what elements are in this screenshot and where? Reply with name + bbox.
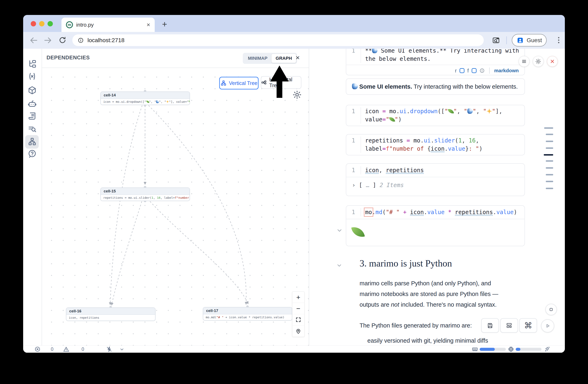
tab-minimap[interactable]: MINIMAP bbox=[244, 54, 272, 63]
code-line: ** Some UI elements.** Try interacting w… bbox=[365, 49, 519, 55]
profile-label: Guest bbox=[527, 37, 542, 44]
line-number: 1 bbox=[346, 107, 361, 124]
node-code: mo.md("# " + icon.value * repetitions.va… bbox=[203, 314, 292, 320]
zoom-out-icon[interactable]: − bbox=[292, 303, 304, 314]
cell-language-label[interactable]: markdown bbox=[494, 68, 519, 74]
site-info-icon[interactable] bbox=[78, 37, 84, 43]
variables-icon[interactable] bbox=[28, 72, 37, 81]
vertical-tree-button[interactable]: Vertical Tree bbox=[219, 77, 259, 89]
file-explorer-icon[interactable] bbox=[28, 59, 37, 69]
minimap-cell-marker[interactable] bbox=[546, 188, 553, 189]
url-bar[interactable]: localhost:2718 bbox=[72, 34, 484, 46]
zoom-in-icon[interactable]: + bbox=[292, 292, 304, 303]
interrupt-button[interactable] bbox=[546, 304, 557, 315]
emoji-sparkles-icon bbox=[166, 100, 169, 103]
browser-window: m intro.py × + localhost:2718 Guest bbox=[23, 15, 565, 353]
cpu-usage-bar bbox=[516, 348, 542, 351]
browser-tab[interactable]: m intro.py × bbox=[62, 18, 155, 32]
traffic-light-close[interactable] bbox=[31, 21, 36, 26]
code-cell-dropdown[interactable]: 1 icon = mo.ui.dropdown(["", "", ""], va… bbox=[346, 105, 525, 126]
errors-count[interactable]: 0 bbox=[51, 346, 53, 352]
annotation-arrow-shaft bbox=[277, 81, 282, 98]
markdown-editor-cell[interactable]: 1 ** Some UI elements.** Try interacting… bbox=[346, 49, 525, 75]
minimap-cell-marker[interactable] bbox=[544, 127, 553, 129]
new-tab-button[interactable]: + bbox=[162, 19, 167, 29]
packages-icon[interactable] bbox=[28, 86, 37, 95]
layout-toggle-button[interactable] bbox=[500, 318, 518, 333]
code-cell-slider[interactable]: 1 repetitions = mo.ui.slider(1, 16, labe… bbox=[346, 134, 525, 155]
forward-icon[interactable] bbox=[44, 36, 52, 45]
memory-icon bbox=[472, 346, 478, 352]
errors-icon[interactable] bbox=[34, 346, 41, 352]
code-line: label=f"number of {icon.value}: ") bbox=[365, 145, 483, 153]
run-button[interactable] bbox=[541, 319, 554, 332]
memory-usage-bar bbox=[480, 348, 506, 351]
notebook-settings-button[interactable] bbox=[533, 56, 544, 67]
node-title: cell-17 bbox=[203, 307, 292, 314]
minimap-cell-marker[interactable] bbox=[546, 181, 553, 182]
search-tabs-icon[interactable] bbox=[492, 37, 501, 45]
warnings-count[interactable]: 0 bbox=[82, 346, 84, 352]
minimap-cell-marker[interactable] bbox=[546, 174, 553, 175]
reload-icon[interactable] bbox=[58, 36, 67, 45]
help-icon[interactable] bbox=[28, 149, 37, 158]
cpu-usage-fill bbox=[516, 348, 520, 351]
tab-close-icon[interactable]: × bbox=[147, 22, 150, 28]
graph-node-cell-17[interactable]: cell-17 mo.md("# " + icon.value * repeti… bbox=[203, 307, 292, 321]
cell-info-icon[interactable] bbox=[479, 68, 485, 73]
toggle-r-checkbox[interactable] bbox=[460, 68, 464, 73]
code-line: icon, repetitions bbox=[365, 166, 424, 174]
back-icon[interactable] bbox=[29, 36, 38, 45]
logs-icon[interactable] bbox=[28, 112, 37, 121]
collapse-section-chevron-icon[interactable] bbox=[336, 262, 343, 269]
browser-menu-icon[interactable] bbox=[554, 36, 563, 44]
markdown-output-cell[interactable]: Some UI elements. Try interacting with t… bbox=[346, 78, 525, 95]
node-code: icon = mo.ui.dropdown(["", "", ""], valu… bbox=[101, 99, 189, 105]
notebook-menu-button[interactable] bbox=[519, 56, 529, 67]
emoji-sparkles-icon bbox=[487, 109, 492, 114]
ai-sparkle-icon[interactable] bbox=[544, 346, 550, 352]
code-line: icon = mo.ui.dropdown(["", "", ""], bbox=[365, 107, 502, 115]
autorun-disabled-icon[interactable] bbox=[106, 346, 112, 352]
line-number: 1 bbox=[346, 208, 361, 216]
runtime-menu-chevron-icon[interactable] bbox=[119, 347, 126, 353]
minimap-cell-marker-active[interactable] bbox=[544, 154, 553, 155]
dependency-graph-icon[interactable] bbox=[28, 137, 37, 146]
minimap-cell-marker[interactable] bbox=[546, 141, 553, 142]
keyboard-shortcuts-button[interactable]: ⌘ bbox=[519, 318, 537, 333]
shutdown-button[interactable] bbox=[547, 56, 558, 67]
save-button[interactable] bbox=[481, 318, 499, 333]
code-line: value="") bbox=[365, 115, 502, 124]
close-panel-icon[interactable]: × bbox=[296, 54, 300, 62]
traffic-light-minimize[interactable] bbox=[39, 21, 44, 26]
minimap-cell-marker[interactable] bbox=[546, 167, 553, 169]
emoji-wave-icon bbox=[467, 109, 473, 114]
profile-button[interactable]: Guest bbox=[512, 34, 546, 46]
warnings-icon[interactable] bbox=[63, 346, 69, 352]
node-code: repetitions = mo.ui.slider(1, 16, label=… bbox=[101, 195, 189, 201]
code-cell-tuple[interactable]: 1 icon, repetitions › [ … ] 2 Items bbox=[346, 163, 525, 196]
ai-assistant-icon[interactable] bbox=[28, 99, 37, 108]
center-node-icon[interactable] bbox=[292, 326, 304, 337]
graph-node-cell-16[interactable]: cell-16 icon, repetitions bbox=[66, 307, 155, 321]
minimap-cell-marker[interactable] bbox=[546, 160, 553, 162]
toggle-f-checkbox[interactable] bbox=[472, 68, 477, 73]
collapse-output-chevron-icon[interactable] bbox=[336, 227, 343, 234]
collapsed-output-expander[interactable]: › [ … ] 2 Items bbox=[346, 177, 525, 193]
graph-settings-icon[interactable] bbox=[292, 90, 302, 99]
code-cell-momd[interactable]: 1 mo.md("# " + icon.value * repetitions.… bbox=[346, 205, 525, 246]
emoji-leaf-icon bbox=[146, 100, 149, 103]
memory-usage-fill bbox=[480, 348, 495, 351]
documentation-search-icon[interactable] bbox=[28, 124, 37, 134]
fit-view-icon[interactable] bbox=[292, 314, 304, 326]
minimap-cell-marker[interactable] bbox=[546, 147, 553, 149]
dependency-graph-canvas[interactable]: Vertical Tree Horizontal Tree cell-14 ic… bbox=[42, 68, 309, 346]
graph-node-cell-15[interactable]: cell-15 repetitions = mo.ui.slider(1, 16… bbox=[100, 188, 190, 201]
view-switcher: MINIMAP GRAPH bbox=[243, 53, 297, 64]
traffic-light-zoom[interactable] bbox=[47, 21, 53, 26]
tab-graph[interactable]: GRAPH bbox=[272, 54, 296, 63]
clipped-list-item: easily versioned with git, yielding mini… bbox=[367, 337, 511, 345]
graph-node-cell-14[interactable]: cell-14 icon = mo.ui.dropdown(["", "", "… bbox=[100, 92, 190, 105]
minimap-cell-marker[interactable] bbox=[546, 134, 553, 135]
footer-separator bbox=[489, 68, 490, 74]
